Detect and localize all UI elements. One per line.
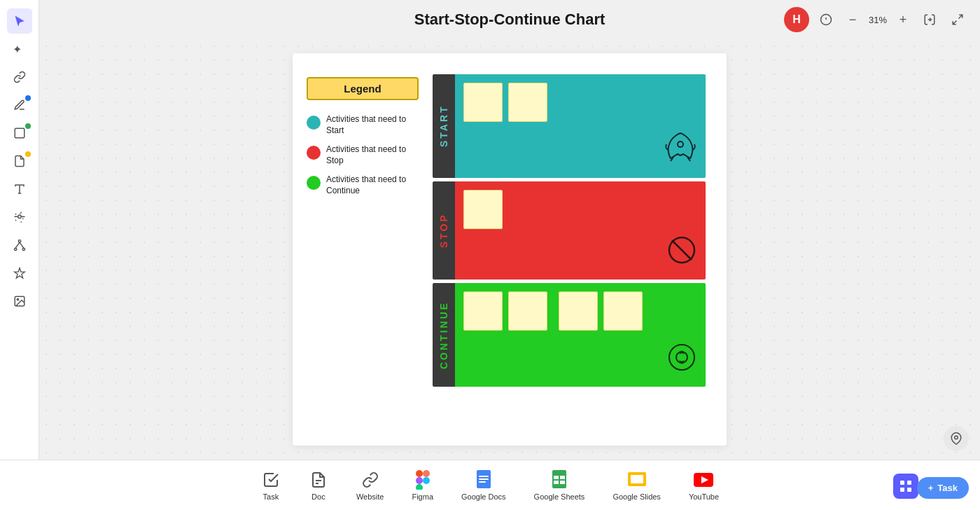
select-tool[interactable] (7, 8, 32, 34)
taskbar-item-website[interactable]: Website (342, 464, 398, 506)
svg-line-17 (953, 21, 956, 25)
taskbar-item-figma[interactable]: Figma (398, 464, 447, 506)
svg-rect-34 (554, 476, 559, 479)
row-content-continue[interactable] (455, 283, 706, 387)
svg-rect-35 (560, 476, 565, 479)
taskbar-item-doc[interactable]: Doc (295, 464, 342, 506)
sticky-note[interactable] (559, 291, 598, 331)
svg-line-9 (20, 242, 24, 248)
svg-rect-1 (15, 128, 24, 138)
row-label-stop: STOP (433, 181, 455, 280)
svg-rect-32 (479, 481, 486, 483)
row-content-start[interactable] (455, 74, 706, 178)
row-label-continue: CONTINUE (433, 283, 455, 387)
magic-tool[interactable] (7, 205, 32, 230)
svg-point-28 (423, 477, 430, 484)
legend-dot-stop (307, 146, 321, 160)
svg-rect-31 (479, 478, 489, 480)
row-content-stop[interactable] (455, 181, 706, 280)
stop-icon (666, 235, 697, 271)
recycle-icon (666, 342, 697, 378)
taskbar-label-task: Task (263, 492, 279, 501)
taskbar-item-task[interactable]: Task (247, 464, 295, 506)
svg-rect-36 (554, 481, 559, 484)
pin-button[interactable] (944, 426, 969, 451)
fullscreen-button[interactable] (946, 8, 969, 31)
info-button[interactable] (815, 8, 837, 31)
rocket-icon (664, 130, 697, 170)
svg-point-7 (22, 248, 24, 250)
zoom-in-button[interactable]: + (893, 10, 913, 29)
legend-item-continue: Activities that need to Continue (307, 174, 419, 196)
page-title: Start-Stop-Continue Chart (414, 11, 606, 29)
image-tool[interactable] (7, 289, 32, 314)
taskbar-label-google-docs: Google Docs (461, 492, 506, 501)
doc-icon (309, 470, 328, 490)
legend-item-stop: Activities that need to Stop (307, 144, 419, 166)
sticky-note[interactable] (463, 291, 503, 331)
google-sheets-icon (550, 470, 569, 490)
svg-point-4 (18, 215, 21, 219)
user-avatar[interactable]: H (784, 7, 809, 32)
sticky-note[interactable] (463, 190, 503, 229)
task-icon (261, 470, 281, 490)
svg-point-11 (17, 298, 18, 300)
taskbar-item-google-docs[interactable]: Google Docs (447, 464, 520, 506)
taskbar-label-youtube: YouTube (689, 492, 719, 501)
chart-row-stop: STOP (433, 181, 706, 280)
taskbar-label-doc: Doc (312, 492, 326, 501)
legend-item-start: Activities that need to Start (307, 114, 419, 136)
chart-row-continue: CONTINUE (433, 283, 706, 387)
youtube-icon (694, 470, 713, 490)
taskbar-label-figma: Figma (412, 492, 433, 501)
svg-rect-37 (560, 481, 565, 484)
sticky-note[interactable] (463, 83, 503, 122)
shape-tool[interactable] (7, 120, 32, 146)
sticky-note[interactable] (508, 291, 547, 331)
add-task-button[interactable]: + Task (917, 477, 969, 499)
taskbar-label-google-slides: Google Slides (612, 492, 661, 501)
note-tool[interactable] (7, 149, 32, 174)
svg-rect-45 (900, 488, 904, 492)
svg-point-18 (678, 142, 683, 147)
link-tool[interactable] (7, 64, 32, 90)
taskbar: Task Doc Website (0, 460, 980, 510)
taskbar-item-google-slides[interactable]: Google Slides (598, 464, 675, 506)
ai-tool[interactable]: ✦ (7, 36, 32, 62)
diagram-tool[interactable] (7, 233, 32, 258)
sticky-note[interactable] (508, 83, 547, 122)
taskbar-label-google-sheets: Google Sheets (534, 492, 585, 501)
svg-rect-43 (900, 481, 904, 485)
grid-button[interactable] (893, 474, 918, 499)
svg-rect-27 (416, 484, 423, 490)
website-icon (360, 470, 380, 490)
add-task-label: Task (937, 483, 958, 493)
sticky-note[interactable] (603, 291, 643, 331)
chart-row-start: START (433, 74, 706, 178)
whiteboard: Legend Activities that need to Start Act… (293, 53, 727, 446)
legend-text-start: Activities that need to Start (326, 114, 419, 136)
zoom-level: 31% (865, 15, 890, 25)
google-docs-icon (474, 470, 493, 490)
fit-width-button[interactable] (918, 8, 941, 31)
effects-tool[interactable] (7, 261, 32, 286)
pen-tool[interactable] (7, 92, 32, 118)
header: Start-Stop-Continue Chart H − 31% + (39, 0, 980, 39)
taskbar-item-youtube[interactable]: YouTube (675, 464, 733, 506)
svg-point-5 (18, 240, 20, 242)
zoom-control: − 31% + (843, 10, 913, 29)
svg-point-42 (955, 436, 958, 439)
legend-text-continue: Activities that need to Continue (326, 174, 419, 196)
svg-rect-30 (479, 476, 489, 477)
canvas-area[interactable]: Legend Activities that need to Start Act… (39, 39, 980, 460)
header-controls: H − 31% + (784, 7, 969, 32)
row-label-start: START (433, 74, 455, 178)
text-tool[interactable] (7, 177, 32, 202)
zoom-out-button[interactable]: − (843, 10, 862, 29)
svg-line-8 (15, 242, 20, 248)
svg-line-16 (959, 15, 962, 18)
taskbar-item-google-sheets[interactable]: Google Sheets (520, 464, 599, 506)
add-task-plus: + (928, 483, 934, 493)
svg-text:✦: ✦ (13, 43, 22, 55)
google-slides-icon (627, 470, 647, 490)
